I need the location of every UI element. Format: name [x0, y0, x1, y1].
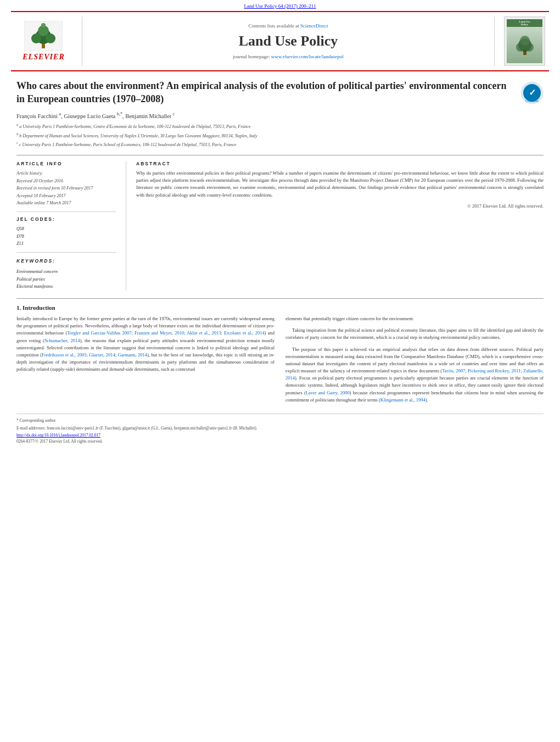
- keyword-2: Political parties: [16, 276, 116, 283]
- article-title-section: Who cares about the environment? An empi…: [16, 79, 544, 106]
- footnote-emails: E-mail addresses: francois.faccini@univ-…: [16, 425, 544, 431]
- keywords-title: Keywords:: [16, 257, 116, 265]
- article-body: ARTICLE INFO Article history: Received 2…: [16, 155, 544, 291]
- keywords-section: Keywords: Environmental concern Politica…: [16, 257, 116, 291]
- cover-tree-icon: [514, 34, 536, 56]
- svg-point-3: [31, 34, 41, 43]
- intro-heading: 1. Introduction: [16, 304, 544, 311]
- accepted-date: Accepted 10 February 2017: [16, 192, 116, 200]
- intro-para-1: Initially introduced to Europe by the fo…: [16, 315, 275, 373]
- intro-para-4: The purpose of this paper is achieved vi…: [285, 346, 544, 404]
- journal-ref-link[interactable]: Land Use Policy 64 (2017) 200–211: [244, 3, 316, 9]
- svg-point-6: [41, 23, 46, 27]
- svg-text:✓: ✓: [529, 88, 536, 97]
- elsevier-logo: ELSEVIER: [23, 21, 64, 62]
- intro-two-col: Initially introduced to Europe by the fo…: [16, 315, 544, 408]
- svg-text:CrossMark: CrossMark: [525, 99, 539, 103]
- online-date: Available online 7 March 2017: [16, 199, 116, 207]
- ref-schumacher[interactable]: Schumacher, 2014: [44, 338, 80, 343]
- affiliation-c: c c University Paris 1 Panthéon-Sorbonne…: [16, 140, 544, 148]
- intro-col1: Initially introduced to Europe by the fo…: [16, 315, 275, 408]
- journal-title-area: Contents lists available at ScienceDirec…: [82, 16, 494, 66]
- journal-title: Land Use Policy: [239, 33, 338, 49]
- jel-q58: Q58: [16, 225, 116, 233]
- intro-para-3: Taking inspiration from the political sc…: [285, 327, 544, 341]
- abstract-title: ABSTRACT: [136, 161, 544, 166]
- journal-header: ELSEVIER Contents lists available at Sci…: [11, 11, 549, 71]
- page-wrapper: Land Use Policy 64 (2017) 200–211: [0, 0, 560, 742]
- ref-laver[interactable]: Laver and Garry, 2000: [306, 390, 350, 395]
- intro-para-2: elements that potentially trigger citize…: [285, 315, 544, 322]
- footnote-area: * Corresponding author. E-mail addresses…: [16, 414, 544, 444]
- homepage-link[interactable]: www.elsevier.com/locate/landusepol: [271, 54, 344, 59]
- elsevier-tree-icon: [24, 21, 63, 51]
- jel-title: JEL CODES:: [16, 216, 116, 222]
- journal-ref-line: Land Use Policy 64 (2017) 200–211: [0, 0, 560, 11]
- authors-line: François Facchini a, Giuseppe Lucio Gaet…: [16, 111, 544, 119]
- crossmark-badge[interactable]: ✓ CrossMark: [520, 81, 544, 104]
- abstract-column: ABSTRACT Why do parties offer environmen…: [126, 161, 544, 291]
- elsevier-label: ELSEVIER: [23, 53, 64, 62]
- article-dates: Article history: Received 20 October 201…: [16, 170, 116, 212]
- jel-section: JEL CODES: Q58 D78 Z13: [16, 216, 116, 253]
- affiliation-b: b b Department of Human and Social Scien…: [16, 131, 544, 140]
- jel-d78: D78: [16, 233, 116, 241]
- journal-cover-area: Land UsePolicy: [494, 16, 549, 66]
- main-content: Who cares about the environment? An empi…: [0, 71, 560, 455]
- jel-z13: Z13: [16, 240, 116, 248]
- journal-homepage: journal homepage: www.elsevier.com/locat…: [233, 54, 343, 59]
- keyword-3: Electoral manifestos: [16, 283, 116, 291]
- keywords-list: Environmental concern Political parties …: [16, 268, 116, 291]
- article-title: Who cares about the environment? An empi…: [16, 79, 520, 106]
- copyright-line: © 2017 Elsevier Ltd. All rights reserved…: [136, 203, 544, 209]
- cover-top-bar: Land UsePolicy: [507, 19, 542, 27]
- ref-torgler[interactable]: Torgler and Garcías-Valiñas 2007; Franze…: [67, 330, 265, 336]
- footnote-corresponding: * Corresponding author.: [16, 417, 544, 423]
- article-info-title: ARTICLE INFO: [16, 161, 116, 166]
- cover-title: Land UsePolicy: [519, 20, 530, 26]
- revised-date: Received in revised form 10 February 201…: [16, 185, 116, 192]
- intro-col2: elements that potentially trigger citize…: [285, 315, 544, 408]
- journal-cover-thumbnail: Land UsePolicy: [504, 16, 545, 66]
- introduction-section: 1. Introduction Initially introduced to …: [16, 298, 544, 444]
- elsevier-logo-area: ELSEVIER: [11, 16, 82, 66]
- svg-point-11: [520, 36, 530, 46]
- ref-klingemann[interactable]: Klingemann et al., 1994: [380, 397, 425, 403]
- ref-tavits[interactable]: Tavits, 2007; Pickering and Rockey, 2011…: [285, 368, 544, 381]
- affiliation-a: a a University Paris 1 Panthéon-Sorbonne…: [16, 122, 544, 130]
- cover-image: [507, 27, 542, 63]
- jel-codes: Q58 D78 Z13: [16, 225, 116, 248]
- issn-line: 0264-8377/© 2017 Elsevier Ltd. All right…: [16, 439, 544, 444]
- contents-link-text: Contents lists available at ScienceDirec…: [249, 23, 328, 29]
- doi-line[interactable]: http://dx.doi.org/10.1016/j.landusepol.2…: [16, 433, 544, 438]
- keyword-1: Environmental concern: [16, 268, 116, 276]
- history-label: Article history:: [16, 170, 116, 177]
- svg-point-4: [46, 34, 55, 43]
- article-info-column: ARTICLE INFO Article history: Received 2…: [16, 161, 126, 291]
- abstract-text: Why do parties offer environmental polic…: [136, 170, 544, 199]
- received-date: Received 20 October 2016: [16, 177, 116, 185]
- sciencedirect-link[interactable]: ScienceDirect: [300, 23, 328, 29]
- affiliations: a a University Paris 1 Panthéon-Sorbonne…: [16, 122, 544, 148]
- ref-fredriksson[interactable]: Fredriksson et al., 2005; Glaeser, 2014;…: [42, 352, 147, 358]
- doi-link[interactable]: http://dx.doi.org/10.1016/j.landusepol.2…: [16, 433, 100, 438]
